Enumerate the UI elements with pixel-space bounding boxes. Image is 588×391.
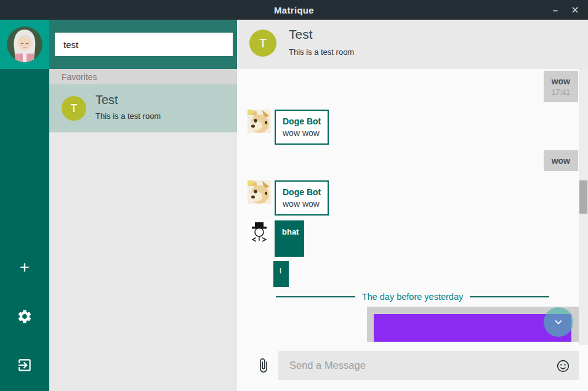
window-title: Matrique bbox=[274, 5, 314, 15]
minimize-button[interactable]: – bbox=[545, 0, 566, 20]
message-text: bhat bbox=[282, 227, 299, 236]
message-timeline: wow 17:41 Doge Bot w bbox=[237, 69, 588, 345]
divider-label: The day before yesterday bbox=[362, 292, 463, 302]
chat-panel: T Test This is a test room wow 17:41 bbox=[237, 20, 588, 391]
message-outgoing: wow 17:41 bbox=[544, 71, 578, 102]
doge-avatar bbox=[248, 180, 271, 204]
user-avatar bbox=[7, 26, 42, 62]
date-divider: The day before yesterday bbox=[237, 289, 588, 304]
search-panel bbox=[49, 20, 237, 69]
sender-name: Doge Bot bbox=[283, 116, 321, 126]
logout-button[interactable] bbox=[12, 353, 37, 377]
message-bot: Doge Bot wow wow bbox=[248, 180, 329, 216]
message-bubble[interactable]: wow 17:41 bbox=[544, 71, 578, 102]
room-list-item-test[interactable]: T Test This is a test room bbox=[49, 84, 237, 132]
attach-file-icon[interactable] bbox=[256, 358, 271, 373]
divider-line bbox=[276, 296, 355, 297]
sender-name: Doge Bot bbox=[283, 187, 321, 197]
message-bubble[interactable]: Doge Bot wow wow bbox=[275, 110, 329, 145]
message-text: wow bbox=[552, 76, 570, 86]
message-input[interactable] bbox=[278, 351, 579, 380]
chat-room-name: Test bbox=[289, 27, 313, 42]
room-avatar: T bbox=[62, 96, 86, 121]
doge-avatar bbox=[248, 110, 271, 133]
user-avatar-button[interactable] bbox=[0, 20, 49, 69]
add-room-button[interactable]: + bbox=[12, 255, 37, 280]
search-input[interactable] bbox=[55, 33, 233, 56]
message-bubble[interactable]: Doge Bot wow wow bbox=[275, 180, 329, 216]
message-bot: Doge Bot wow wow bbox=[248, 110, 329, 145]
chat-room-topic: This is a test room bbox=[289, 47, 354, 57]
scroll-to-bottom-button[interactable] bbox=[544, 307, 573, 337]
left-rail: + bbox=[0, 20, 49, 391]
chat-header: T Test This is a test room bbox=[237, 20, 588, 69]
favorites-label: Favorites bbox=[62, 72, 97, 82]
close-button[interactable]: ✕ bbox=[565, 0, 586, 20]
title-bar: Matrique – ✕ bbox=[0, 0, 588, 20]
emoji-icon[interactable] bbox=[556, 359, 570, 373]
room-topic: This is a test room bbox=[95, 111, 161, 121]
room-name: Test bbox=[95, 93, 118, 107]
exit-icon bbox=[17, 357, 33, 373]
divider-line bbox=[470, 296, 549, 297]
message-outgoing: wow bbox=[544, 150, 578, 171]
matrique-window: Matrique – ✕ + bbox=[0, 0, 588, 391]
composer-bar bbox=[237, 345, 588, 391]
settings-button[interactable] bbox=[12, 304, 37, 329]
message-member: l bbox=[273, 261, 289, 287]
settings-gear-icon bbox=[17, 308, 33, 324]
message-member: bhat bbox=[248, 220, 304, 257]
image-attachment[interactable] bbox=[374, 314, 571, 342]
message-bubble[interactable]: bhat bbox=[275, 220, 304, 257]
message-time: 17:41 bbox=[552, 88, 570, 97]
room-list-panel: Favorites T Test This is a test room bbox=[49, 20, 237, 391]
chat-room-avatar: T bbox=[249, 30, 276, 57]
message-text: wow wow bbox=[283, 199, 321, 209]
message-text: wow bbox=[552, 156, 570, 166]
scrollbar-thumb[interactable] bbox=[579, 180, 587, 214]
message-bubble[interactable]: wow bbox=[544, 150, 578, 171]
bhat-avatar bbox=[248, 220, 271, 244]
chat-scrollbar[interactable] bbox=[579, 69, 588, 345]
favorites-section-header: Favorites bbox=[49, 69, 237, 84]
message-text: l bbox=[280, 266, 281, 275]
message-text: wow wow bbox=[283, 128, 321, 138]
chevron-down-icon bbox=[553, 316, 564, 328]
message-bubble[interactable]: l bbox=[273, 261, 289, 287]
